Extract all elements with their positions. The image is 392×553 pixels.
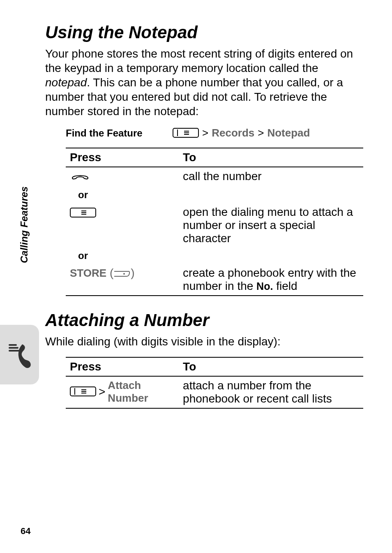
find-feature-row: Find the Feature > Records > Notepad xyxy=(45,127,363,139)
cell-call-number: call the number xyxy=(179,167,363,187)
store-softkey-label: STORE xyxy=(70,267,106,279)
intro-paragraph-2: While dialing (with digits visible in th… xyxy=(45,334,363,349)
heading-using-notepad: Using the Notepad xyxy=(45,23,363,42)
page-number: 64 xyxy=(21,526,30,537)
cell-open-dialing-menu: open the dialing menu to attach a number… xyxy=(179,203,363,248)
svg-point-9 xyxy=(123,273,125,275)
table-header-to: To xyxy=(179,357,363,376)
breadcrumb: > Records > Notepad xyxy=(173,127,310,139)
side-tab xyxy=(0,325,39,384)
menu-key-icon xyxy=(70,386,96,397)
table-header-press: Press xyxy=(66,148,179,167)
attach-number-nav: Attach Number xyxy=(108,379,175,405)
notepad-table: Press To call the number or xyxy=(66,148,363,296)
right-softkey-icon: ( ) xyxy=(110,266,135,279)
find-feature-label: Find the Feature xyxy=(66,127,173,139)
side-section-label: Calling Features xyxy=(18,186,30,263)
menu-key-icon xyxy=(173,128,199,139)
heading-attaching-number: Attaching a Number xyxy=(45,310,363,330)
or-separator: or xyxy=(70,189,175,201)
intro-paragraph-1: Your phone stores the most recent string… xyxy=(45,46,363,118)
menu-key-icon xyxy=(70,208,96,218)
cell-attach-number: attach a number from the phonebook or re… xyxy=(179,376,363,408)
table-header-to: To xyxy=(179,148,363,167)
call-key-icon xyxy=(70,171,90,184)
phone-tab-icon xyxy=(5,338,34,372)
table-header-press: Press xyxy=(66,357,179,376)
cell-create-phonebook: create a phonebook entry with the number… xyxy=(179,264,363,296)
or-separator: or xyxy=(70,250,175,261)
attach-table: Press To xyxy=(66,357,363,409)
